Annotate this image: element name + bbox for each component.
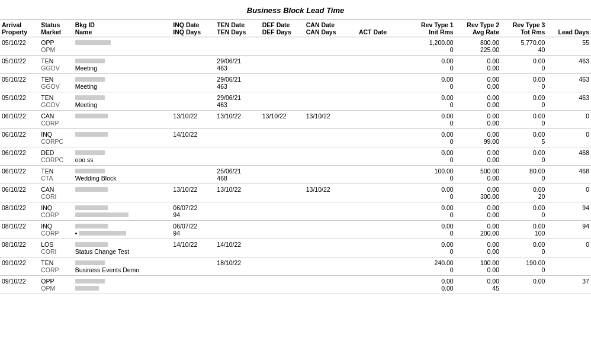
table-row: 08/10/22INQCORP•06/07/22940.0000.00200.0… <box>0 221 591 239</box>
rev2-top: 0.00 <box>487 149 499 156</box>
ten-date: 29/06/21 <box>217 57 241 65</box>
cell-def <box>261 276 304 294</box>
cell-can: 13/10/22 <box>304 184 357 202</box>
cell-rev3: 0.0020 <box>501 184 547 202</box>
rev1-top: 240.00 <box>435 259 454 266</box>
status-line1: INQ <box>41 131 52 138</box>
cell-can <box>304 74 357 92</box>
cell-lead: 468 <box>547 147 591 166</box>
rev1-bot: 0 <box>450 211 454 218</box>
bkgid-redacted <box>75 114 108 118</box>
cell-arrival: 05/10/22 <box>0 92 39 111</box>
rev2-top: 100.00 <box>480 259 499 266</box>
table-header-row: Arrival Property Status Market Bkg ID Na… <box>0 20 591 37</box>
cell-arrival: 06/10/22 <box>0 184 39 202</box>
cell-rev3: 0.00 <box>501 276 547 294</box>
lead-days: 55 <box>582 39 589 46</box>
rev2-top: 0.00 <box>487 278 499 285</box>
cell-bkgid: Meeting <box>73 74 172 92</box>
cell-rev3: 0.000 <box>501 56 547 74</box>
status-line1: DED <box>41 149 54 156</box>
col-header-arrival: Arrival Property <box>0 20 39 37</box>
col-header-can: CAN Date CAN Days <box>304 20 357 37</box>
rev2-top: 800.00 <box>480 39 499 46</box>
cell-arrival: 05/10/22 <box>0 74 39 92</box>
cell-rev1: 0.000 <box>402 129 455 147</box>
booking-name: Status Change Test <box>75 248 129 255</box>
rev3-top: 0.00 <box>533 223 545 230</box>
rev2-bot: 300.00 <box>480 193 499 200</box>
table-row: 05/10/22OPPOPM1,200.000800.00225.005,770… <box>0 37 591 56</box>
rev3-top: 0.00 <box>533 94 545 101</box>
rev1-bot: 0 <box>450 266 454 273</box>
cell-bkgid <box>73 276 172 294</box>
cell-rev1: 0.000 <box>402 239 455 257</box>
rev1-bot: 0 <box>450 101 454 108</box>
rev1-bot: 0 <box>450 83 454 90</box>
cell-act <box>357 74 402 92</box>
rev3-bot: 20 <box>538 193 545 200</box>
ten-date: 13/10/22 <box>217 112 241 120</box>
bkgid-redacted <box>75 279 105 284</box>
booking-name: • <box>75 230 78 237</box>
table-row: 05/10/22TENGGOVMeeting29/06/214630.0000.… <box>0 92 591 111</box>
bkgid-redacted <box>75 132 108 137</box>
cell-def <box>261 166 304 184</box>
page-title: Business Block Lead Time <box>0 0 591 20</box>
cell-def <box>261 92 304 111</box>
cell-lead: 0 <box>547 239 591 257</box>
status-line2: CORPC <box>41 156 63 163</box>
rev1-top: 0.00 <box>441 94 453 101</box>
cell-inq <box>171 92 215 111</box>
rev2-bot: 0.00 <box>487 266 499 273</box>
cell-lead: 94 <box>547 221 591 239</box>
bkgid-redacted <box>75 77 105 82</box>
cell-lead: 468 <box>547 166 591 184</box>
cell-can <box>304 276 357 294</box>
cell-arrival: 08/10/22 <box>0 202 39 221</box>
cell-can <box>304 239 357 257</box>
arrival-date: 05/10/22 <box>2 57 26 65</box>
status-line2: CORP <box>41 266 59 273</box>
rev2-top: 0.00 <box>487 204 499 211</box>
cell-ten <box>215 147 260 166</box>
rev3-bot: 0 <box>542 156 545 163</box>
cell-rev1: 100.000 <box>402 166 455 184</box>
lead-days: 37 <box>582 278 589 285</box>
status-line2: CORPC <box>41 138 63 145</box>
rev2-top: 0.00 <box>487 94 499 101</box>
booking-name: ooo ss <box>75 156 94 163</box>
ten-days: 463 <box>217 65 227 72</box>
cell-act <box>357 147 402 166</box>
rev3-bot: 0 <box>542 248 545 255</box>
name-redacted <box>75 212 129 217</box>
cell-rev3: 5,770.0040 <box>501 37 547 56</box>
arrival-date: 06/10/22 <box>2 112 26 120</box>
cell-rev1: 240.000 <box>402 257 455 276</box>
status-line1: TEN <box>41 94 53 101</box>
rev1-bot: 0.00 <box>441 285 453 292</box>
cell-lead: 463 <box>547 56 591 74</box>
cell-rev1: 0.000 <box>402 92 455 111</box>
rev1-top: 0.00 <box>441 57 453 65</box>
cell-ten <box>215 202 260 221</box>
cell-bkgid: ooo ss <box>73 147 172 166</box>
cell-status: CANCORI <box>39 184 73 202</box>
cell-status: TENGGOV <box>39 56 73 74</box>
col-header-status: Status Market <box>39 20 73 37</box>
cell-rev1: 0.000 <box>402 147 455 166</box>
cell-lead: 55 <box>547 37 591 56</box>
arrival-date: 08/10/22 <box>2 223 26 230</box>
cell-inq: 13/10/22 <box>171 111 215 129</box>
bkgid-redacted <box>75 95 105 100</box>
inq-date: 06/07/22 <box>173 204 197 211</box>
arrival-date: 06/10/22 <box>2 131 26 138</box>
bkgid-redacted <box>75 205 108 210</box>
cell-arrival: 09/10/22 <box>0 276 39 294</box>
rev3-bot: 0 <box>542 65 545 72</box>
cell-bkgid <box>73 129 172 147</box>
cell-act <box>357 56 402 74</box>
col-header-act: ACT Date <box>357 20 402 37</box>
lead-days: 463 <box>579 76 589 83</box>
name-redacted <box>79 231 126 236</box>
